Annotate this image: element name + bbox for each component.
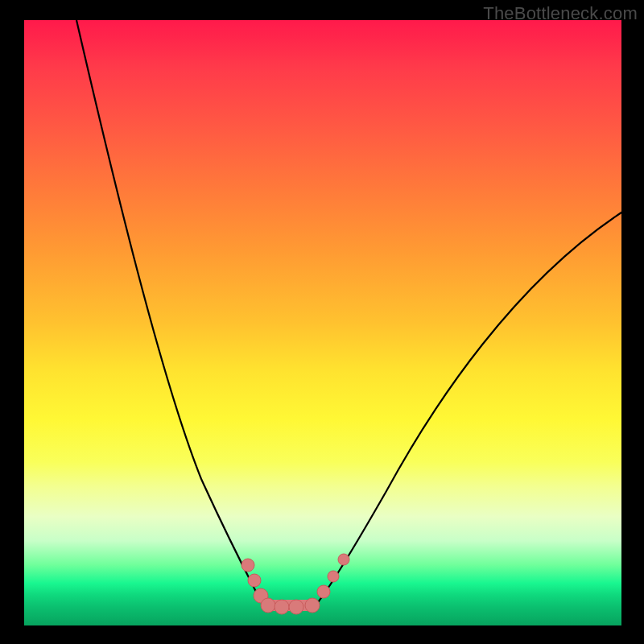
marker-dot [338, 554, 349, 565]
marker-dot [248, 574, 261, 587]
curve-right [316, 211, 624, 605]
marker-dot [289, 600, 303, 614]
marker-dot [305, 598, 320, 613]
marker-dot [261, 598, 275, 613]
chart-svg [0, 0, 644, 644]
marker-dot [328, 571, 339, 582]
watermark-text: TheBottleneck.com [483, 3, 638, 24]
curve-left [76, 20, 266, 605]
marker-dot [275, 600, 289, 614]
marker-dot [242, 559, 254, 572]
chart-frame: TheBottleneck.com [0, 0, 644, 644]
marker-dot [317, 585, 330, 598]
